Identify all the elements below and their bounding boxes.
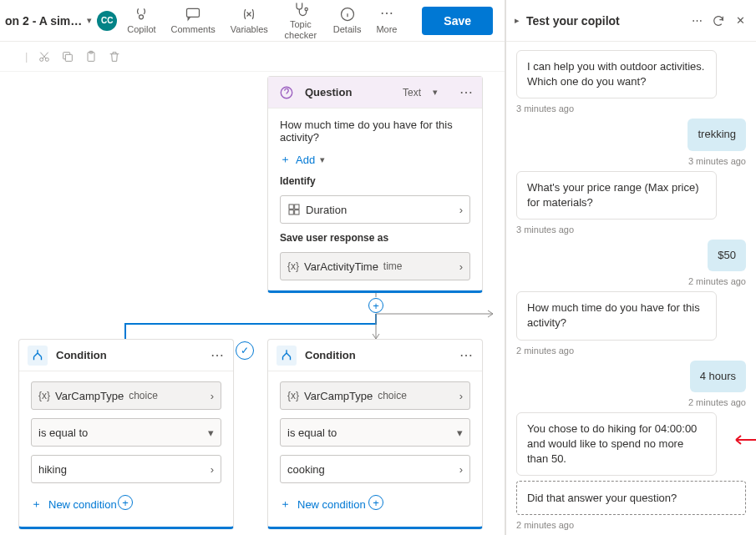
add-node-button[interactable]: +	[368, 495, 383, 510]
close-icon[interactable]: ✕	[733, 13, 748, 28]
chevron-down-icon[interactable]: ▾	[433, 87, 438, 98]
delete-icon[interactable]	[108, 50, 121, 63]
variable-field[interactable]: {x} VarActivityTime time ›	[280, 252, 470, 280]
comments-button[interactable]: Comments	[166, 3, 221, 37]
timestamp: 2 minutes ago	[688, 397, 746, 407]
timestamp: 3 minutes ago	[688, 156, 746, 166]
chat-transcript: I can help you with outdoor activities. …	[506, 42, 756, 535]
more-icon: ⋯	[380, 6, 393, 23]
bot-message: You chose to do hiking for 04:00:00 and …	[516, 412, 717, 477]
timestamp: 2 minutes ago	[516, 346, 574, 356]
topic-checker-button[interactable]: Topic checker	[278, 0, 323, 43]
variables-icon	[241, 6, 257, 23]
check-badge-icon: ✓	[236, 341, 254, 360]
test-copilot-panel: ▸ Test your copilot ⋯ ✕ I can help you w…	[505, 0, 756, 535]
timestamp: 2 minutes ago	[516, 520, 574, 530]
operator-field[interactable]: is equal to ▾	[31, 418, 221, 447]
node-more-icon[interactable]: ⋯	[459, 84, 474, 100]
svg-rect-1	[187, 9, 200, 18]
paste-icon[interactable]	[84, 50, 98, 63]
timestamp: 3 minutes ago	[516, 103, 574, 114]
svg-rect-12	[289, 210, 293, 215]
chevron-down-icon: ▾	[320, 154, 325, 165]
condition-header: Condition ⋯	[268, 340, 482, 371]
identify-label: Identify	[280, 175, 470, 187]
bot-message: I can help you with outdoor activities. …	[516, 50, 717, 98]
chevron-down-icon: ▾	[87, 15, 92, 26]
more-button[interactable]: ⋯ More	[371, 3, 402, 37]
user-message: trekking	[688, 119, 746, 150]
svg-rect-6	[66, 54, 73, 61]
question-icon	[277, 83, 297, 103]
question-header: Question Text ▾ ⋯	[268, 77, 482, 109]
condition-variable-field[interactable]: {x} VarCampType choice ›	[31, 381, 221, 410]
comment-icon	[185, 6, 201, 23]
refresh-icon[interactable]	[711, 13, 726, 28]
value-field[interactable]: cooking ›	[280, 455, 470, 483]
question-node[interactable]: Question Text ▾ ⋯ How much time do you h…	[267, 76, 483, 293]
add-node-button[interactable]: +	[118, 495, 133, 510]
copy-icon[interactable]	[61, 50, 74, 63]
svg-point-0	[140, 15, 144, 19]
plus-icon: ＋	[280, 497, 291, 512]
plus-icon: ＋	[31, 497, 42, 512]
save-as-label: Save user response as	[280, 232, 470, 244]
chevron-right-icon: ›	[459, 390, 463, 402]
node-more-icon[interactable]: ⋯	[459, 347, 474, 363]
variable-icon: {x}	[287, 390, 299, 401]
topic-title-dropdown[interactable]: on 2 - A sim… ▾	[5, 14, 92, 28]
copilot-button[interactable]: Copilot	[122, 3, 160, 37]
stethoscope-icon	[292, 1, 309, 18]
svg-rect-10	[289, 204, 293, 209]
chevron-right-icon: ›	[459, 204, 463, 216]
entity-icon	[287, 203, 301, 216]
chevron-right-icon: ›	[459, 463, 463, 476]
branch-icon	[28, 346, 48, 366]
bot-message: What's your price range (Max price) for …	[516, 171, 717, 220]
variable-icon: {x}	[38, 390, 50, 401]
value-field[interactable]: hiking ›	[31, 455, 221, 483]
annotation-arrow-icon	[731, 434, 756, 446]
condition-variable-field[interactable]: {x} VarCampType choice ›	[280, 381, 470, 410]
panel-title: Test your copilot	[526, 14, 682, 28]
node-more-icon[interactable]: ⋯	[211, 347, 225, 363]
bot-message: How much time do you have for this activ…	[516, 291, 717, 340]
chevron-right-icon: ›	[211, 463, 214, 476]
branch-icon	[277, 346, 297, 366]
copilot-icon	[133, 6, 150, 23]
cut-icon[interactable]	[38, 50, 51, 63]
condition-header: Condition ⋯	[19, 340, 233, 371]
timestamp: 2 minutes ago	[688, 276, 746, 286]
chevron-right-icon: ›	[459, 260, 463, 273]
flow-canvas[interactable]: Question Text ▾ ⋯ How much time do you h…	[0, 72, 505, 535]
user-message: 4 hours	[690, 361, 746, 392]
panel-more-icon[interactable]: ⋯	[689, 13, 704, 28]
topic-title: on 2 - A sim…	[5, 14, 82, 28]
avatar[interactable]: CC	[97, 11, 117, 31]
chevron-down-icon: ▾	[457, 426, 463, 439]
operator-field[interactable]: is equal to ▾	[280, 418, 470, 447]
save-button[interactable]: Save	[422, 7, 493, 35]
chevron-right-icon: ›	[211, 390, 214, 402]
identify-field[interactable]: Duration ›	[280, 195, 470, 224]
plus-icon: ＋	[280, 152, 291, 167]
info-icon	[339, 6, 356, 23]
top-toolbar: on 2 - A sim… ▾ CC Copilot Comments Vari…	[0, 0, 505, 42]
svg-rect-11	[295, 204, 299, 209]
followup-prompt[interactable]: Did that answer your question?	[516, 481, 746, 515]
variables-button[interactable]: Variables	[226, 3, 273, 37]
add-prompt-button[interactable]: ＋Add▾	[280, 152, 470, 167]
svg-rect-13	[295, 210, 299, 215]
details-button[interactable]: Details	[328, 3, 367, 37]
chevron-down-icon: ▾	[208, 426, 214, 439]
add-node-button[interactable]: +	[368, 298, 383, 313]
canvas-toolbar: |	[0, 42, 505, 72]
variable-icon: {x}	[287, 260, 299, 272]
svg-point-2	[305, 8, 307, 11]
question-prompt: How much time do you have for this activ…	[280, 119, 470, 144]
collapse-icon[interactable]: ▸	[515, 15, 520, 26]
timestamp: 3 minutes ago	[516, 225, 574, 235]
user-message: $50	[708, 240, 746, 271]
